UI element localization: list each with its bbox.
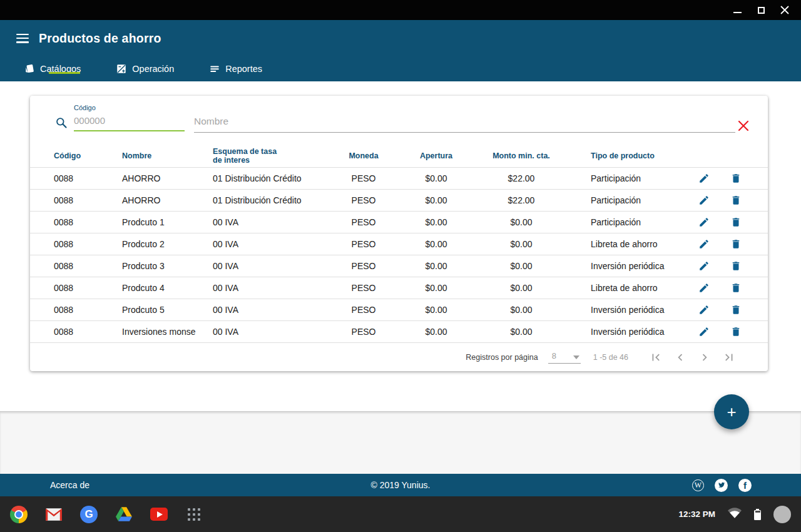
edit-button[interactable] xyxy=(698,238,710,250)
gmail-icon[interactable] xyxy=(45,506,63,523)
cell-nombre: Prodcuto 1 xyxy=(122,211,213,233)
pagination-range: 1 -5 de 46 xyxy=(593,353,628,362)
table-header-row: Código Nombre Esquema de tasa de interes… xyxy=(30,145,768,167)
facebook-icon[interactable]: f xyxy=(738,479,752,492)
tab-reportes[interactable]: Reportes xyxy=(209,56,262,81)
lower-strip xyxy=(0,411,801,474)
cell-monto: $0.00 xyxy=(469,299,573,320)
main-content: Código Código Nombre xyxy=(0,81,801,411)
chrome-icon[interactable] xyxy=(10,506,28,523)
cell-monto: $22.00 xyxy=(469,167,573,189)
cell-moneda: PESO xyxy=(324,255,403,277)
cell-monto: $0.00 xyxy=(469,320,573,342)
edit-button[interactable] xyxy=(698,173,710,184)
products-card: Código Código Nombre xyxy=(30,96,768,371)
last-page-icon[interactable] xyxy=(722,350,737,365)
tab-label: Operación xyxy=(132,64,174,74)
cell-moneda: PESO xyxy=(324,299,403,320)
cell-moneda: PESO xyxy=(324,167,403,189)
cell-tipo: Libreta de ahorro xyxy=(573,233,696,255)
delete-button[interactable] xyxy=(730,260,742,272)
cell-tipo: Libreta de ahorro xyxy=(573,277,696,299)
delete-button[interactable] xyxy=(730,282,742,294)
search-row: Código xyxy=(30,96,768,145)
header-apertura: Apertura xyxy=(403,145,469,167)
twitter-icon[interactable] xyxy=(715,479,728,492)
minimize-icon[interactable] xyxy=(732,5,742,15)
menu-icon[interactable] xyxy=(16,34,29,43)
close-icon[interactable] xyxy=(780,5,790,15)
edit-button[interactable] xyxy=(698,304,710,315)
wordpress-icon[interactable]: W xyxy=(692,479,704,491)
cell-esquema: 00 IVA xyxy=(213,255,324,277)
cell-nombre: Prodcuto 3 xyxy=(122,255,213,277)
delete-button[interactable] xyxy=(730,238,742,250)
tab-label: Catálogos xyxy=(40,64,81,74)
cell-nombre: Inversiones monse xyxy=(122,320,213,342)
table-row: 0088 AHORRO 01 Distribución Crédito PESO… xyxy=(30,167,768,189)
delete-button[interactable] xyxy=(730,173,742,184)
cell-moneda: PESO xyxy=(324,211,403,233)
cell-esquema: 00 IVA xyxy=(213,277,324,299)
cell-codigo: 0088 xyxy=(30,255,122,277)
delete-button[interactable] xyxy=(730,217,742,228)
delete-button[interactable] xyxy=(730,304,742,315)
edit-button[interactable] xyxy=(698,326,710,337)
codigo-input[interactable] xyxy=(74,114,185,131)
cell-monto: $0.00 xyxy=(469,255,573,277)
page-title: Productos de ahorro xyxy=(39,31,161,46)
per-page-value: 8 xyxy=(552,351,556,361)
table-row: 0088 Inversiones monse 00 IVA PESO $0.00… xyxy=(30,320,768,342)
cell-codigo: 0088 xyxy=(30,167,122,189)
edit-button[interactable] xyxy=(698,217,710,228)
cell-monto: $22.00 xyxy=(469,189,573,211)
clear-search-icon[interactable] xyxy=(738,120,749,131)
per-page-select[interactable]: 8 xyxy=(548,351,581,364)
delete-button[interactable] xyxy=(730,195,742,206)
cell-tipo: Inversión periódica xyxy=(573,320,696,342)
cell-esquema: 00 IVA xyxy=(213,233,324,255)
cell-esquema: 01 Distribución Crédito xyxy=(213,167,324,189)
avatar[interactable] xyxy=(773,506,791,523)
google-icon[interactable]: G xyxy=(80,506,98,523)
wifi-icon[interactable] xyxy=(728,508,742,521)
cell-nombre: Prodcuto 5 xyxy=(122,299,213,320)
delete-button[interactable] xyxy=(730,326,742,337)
cell-codigo: 0088 xyxy=(30,299,122,320)
edit-button[interactable] xyxy=(698,195,710,206)
nombre-input[interactable] xyxy=(194,115,735,133)
edit-button[interactable] xyxy=(698,282,710,294)
header-monto: Monto min. cta. xyxy=(469,145,573,167)
tab-catalogos[interactable]: Catálogos xyxy=(24,56,81,81)
header-tipo: Tipo de producto xyxy=(573,145,696,167)
next-page-icon[interactable] xyxy=(697,350,712,365)
exposure-icon xyxy=(116,63,127,74)
prev-page-icon[interactable] xyxy=(673,350,688,365)
cell-apertura: $0.00 xyxy=(403,189,469,211)
app-launcher-icon[interactable] xyxy=(185,506,203,523)
cell-moneda: PESO xyxy=(324,189,403,211)
cell-codigo: 0088 xyxy=(30,277,122,299)
youtube-icon[interactable] xyxy=(150,506,168,523)
cell-monto: $0.00 xyxy=(469,211,573,233)
cell-tipo: Participación xyxy=(573,167,696,189)
tab-operacion[interactable]: Operación xyxy=(116,56,174,81)
cell-codigo: 0088 xyxy=(30,211,122,233)
about-link[interactable]: Acerca de xyxy=(50,480,89,490)
cell-codigo: 0088 xyxy=(30,233,122,255)
table-row: 0088 Prodcuto 1 00 IVA PESO $0.00 $0.00 … xyxy=(30,211,768,233)
cell-moneda: PESO xyxy=(324,233,403,255)
battery-icon[interactable] xyxy=(754,509,761,520)
search-icon xyxy=(55,116,68,129)
first-page-icon[interactable] xyxy=(648,350,663,365)
pager-nav xyxy=(648,350,737,365)
clock[interactable]: 12:32 PM xyxy=(678,509,715,519)
cell-nombre: AHORRO xyxy=(122,167,213,189)
drive-icon[interactable] xyxy=(115,506,133,523)
cell-apertura: $0.00 xyxy=(403,211,469,233)
add-product-fab[interactable]: + xyxy=(714,394,749,429)
maximize-icon[interactable] xyxy=(756,5,766,15)
edit-button[interactable] xyxy=(698,260,710,272)
codigo-label: Código xyxy=(74,104,185,111)
cell-moneda: PESO xyxy=(324,320,403,342)
